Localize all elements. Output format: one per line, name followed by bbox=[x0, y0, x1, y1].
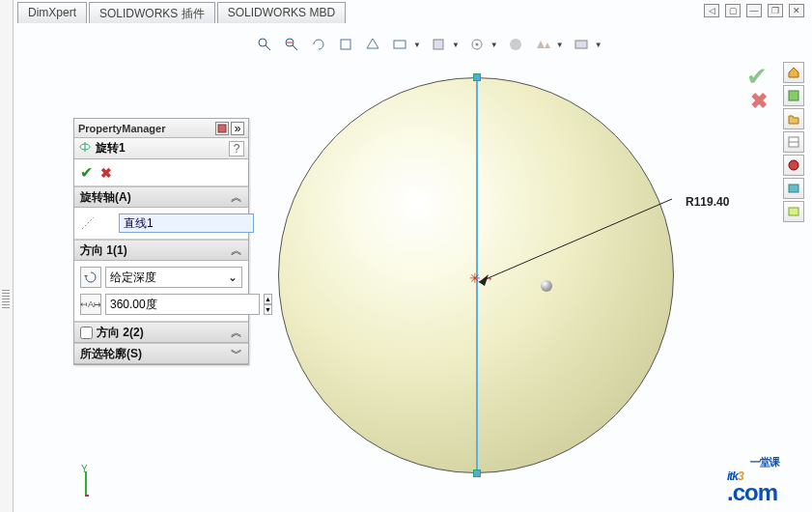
dropdown-caret-icon[interactable]: ▼ bbox=[595, 41, 602, 49]
svg-line-3 bbox=[293, 45, 297, 50]
svg-point-15 bbox=[789, 160, 798, 170]
home-icon[interactable] bbox=[783, 62, 804, 83]
zoom-out-icon[interactable] bbox=[282, 35, 301, 54]
feature-name: 旋转1 bbox=[96, 140, 126, 156]
appearance-icon[interactable] bbox=[506, 35, 525, 54]
tab-dimxpert[interactable]: DimXpert bbox=[17, 2, 87, 23]
tab-bar: DimXpert SOLIDWORKS 插件 SOLIDWORKS MBD bbox=[17, 2, 346, 23]
display-style-icon[interactable] bbox=[429, 35, 448, 54]
pm-title: PropertyManager bbox=[78, 123, 165, 134]
svg-rect-7 bbox=[434, 40, 443, 49]
pan-icon[interactable] bbox=[336, 35, 355, 54]
appearances-icon[interactable] bbox=[783, 155, 804, 176]
graphics-viewport[interactable]: ✳→ R119.40 bbox=[174, 56, 773, 498]
logo-com: .com bbox=[727, 479, 777, 506]
view-orient-icon[interactable] bbox=[390, 35, 409, 54]
watermark-logo: itk3 一堂课 .com bbox=[727, 445, 777, 506]
x-axis-icon bbox=[85, 495, 89, 497]
scene-icon[interactable] bbox=[533, 35, 552, 54]
cancel-icon[interactable]: ✖ bbox=[100, 165, 112, 181]
svg-line-22 bbox=[479, 199, 672, 282]
svg-rect-6 bbox=[394, 41, 406, 48]
svg-line-21 bbox=[82, 217, 94, 229]
revolve-icon bbox=[78, 140, 92, 156]
render-icon[interactable] bbox=[572, 35, 591, 54]
section-contour-title: 所选轮廓(S) bbox=[80, 346, 142, 362]
section-axis-title: 旋转轴(A) bbox=[80, 189, 131, 206]
angle-icon: ↤A↦ bbox=[80, 294, 101, 315]
dropdown-caret-icon[interactable]: ▼ bbox=[452, 41, 460, 49]
y-axis-label: Y bbox=[81, 464, 88, 474]
reverse-direction-button[interactable] bbox=[80, 267, 101, 288]
window-close-icon[interactable]: ✕ bbox=[789, 4, 804, 17]
dropdown-caret-icon[interactable]: ▼ bbox=[556, 41, 564, 49]
section-icon[interactable] bbox=[363, 35, 382, 54]
left-gutter bbox=[0, 0, 14, 512]
section-dir2-title: 方向 2(2) bbox=[97, 325, 144, 341]
y-axis-icon bbox=[85, 471, 87, 497]
dropdown-caret-icon[interactable]: ▼ bbox=[413, 41, 421, 49]
window-restore-icon[interactable]: ❐ bbox=[768, 4, 783, 17]
grip-icon bbox=[2, 290, 10, 309]
svg-rect-17 bbox=[789, 208, 798, 215]
custom-props-icon[interactable] bbox=[783, 178, 804, 199]
window-back-icon[interactable]: ◁ bbox=[704, 4, 719, 17]
axis-line-icon bbox=[80, 215, 96, 231]
resources-icon[interactable] bbox=[783, 85, 804, 106]
svg-rect-5 bbox=[341, 40, 350, 49]
direction2-checkbox[interactable] bbox=[80, 327, 93, 339]
dropdown-caret-icon[interactable]: ▼ bbox=[490, 41, 498, 49]
hide-show-icon[interactable] bbox=[467, 35, 487, 54]
axis-handle-top[interactable] bbox=[473, 73, 481, 81]
tab-sw-addins[interactable]: SOLIDWORKS 插件 bbox=[89, 2, 215, 23]
zoom-in-icon[interactable] bbox=[255, 35, 274, 54]
triad: Y bbox=[68, 468, 106, 506]
svg-point-10 bbox=[510, 39, 521, 50]
task-pane bbox=[783, 62, 806, 222]
logo-sub: 一堂课 bbox=[750, 455, 779, 469]
svg-rect-11 bbox=[575, 41, 587, 48]
view-palette-icon[interactable] bbox=[783, 131, 804, 153]
axis-handle-bottom[interactable] bbox=[473, 469, 481, 477]
svg-point-9 bbox=[475, 43, 478, 46]
svg-point-0 bbox=[259, 39, 266, 46]
tab-sw-mbd[interactable]: SOLIDWORKS MBD bbox=[217, 2, 346, 23]
window-fwd-icon[interactable]: ▢ bbox=[725, 4, 741, 17]
forum-icon[interactable] bbox=[783, 201, 804, 222]
section-dir1-title: 方向 1(1) bbox=[80, 242, 127, 259]
radius-dimension-label[interactable]: R119.40 bbox=[686, 195, 729, 209]
svg-rect-16 bbox=[789, 185, 798, 192]
view-toolbar: ▼ ▼ ▼ ▼ ▼ bbox=[255, 33, 602, 56]
svg-rect-12 bbox=[789, 91, 798, 100]
rotate-icon[interactable] bbox=[309, 35, 328, 54]
window-controls: ◁ ▢ — ❐ ✕ bbox=[704, 4, 804, 17]
radius-dimension-line bbox=[479, 199, 682, 313]
window-min-icon[interactable]: — bbox=[746, 4, 762, 17]
ok-icon[interactable]: ✔ bbox=[80, 163, 93, 182]
end-condition-label: 给定深度 bbox=[110, 270, 156, 286]
svg-line-1 bbox=[266, 45, 270, 50]
center-point-marker bbox=[541, 280, 552, 292]
folder-icon[interactable] bbox=[783, 108, 804, 129]
